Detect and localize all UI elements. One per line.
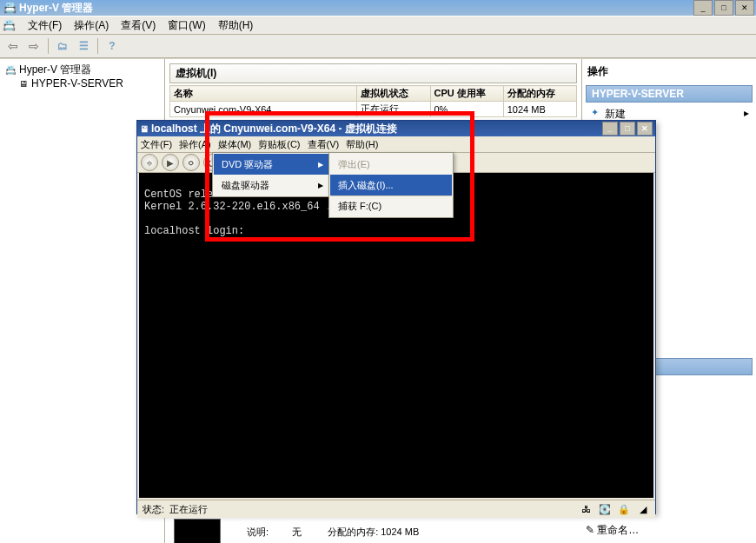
mmc-icon: 📇 [2,18,16,32]
vm-statusbar: 状态: 正在运行 🖧 💽 🔒 ◢ [137,500,655,518]
desc-label: 说明: [247,526,269,537]
media-menu-dvd[interactable]: DVD 驱动器 [214,154,329,175]
main-titlebar: 📇 Hyper-V 管理器 [0,0,756,16]
toolbar-action-button[interactable]: 🗂 [53,37,72,55]
submenu-insert-disk[interactable]: 插入磁盘(I)... [330,175,452,195]
toolbar-separator [48,38,49,54]
console-line-4: localhost login: [144,225,244,237]
center-footer: 说明: 无 分配的内存: 1024 MB [165,517,582,543]
submenu-capture-label: 捕获 F:(C) [338,200,381,213]
vm-thumbnail [174,519,221,543]
vm-max-button[interactable]: □ [620,122,635,136]
submenu-capture[interactable]: 捕获 F:(C) [330,195,452,216]
vm-row[interactable]: Cnyunwei.com-V9-X64 正在运行 0% 1024 MB [170,102,577,117]
vm-titlebar[interactable]: localhost 上的 Cnyunwei.com-V9-X64 - 虚拟机连接… [137,121,655,136]
status-grip-icon: ◢ [636,502,650,516]
menu-help[interactable]: 帮助(H) [215,17,257,34]
toolbar-help-button[interactable]: ? [103,37,122,55]
main-toolbar: 🗂 ☰ ? [0,35,756,58]
actions-header: 操作 [586,63,753,83]
vm-menu-help[interactable]: 帮助(H) [346,138,378,151]
menu-file[interactable]: 文件(F) [24,17,65,34]
main-window-controls: _ □ ✕ [692,0,754,16]
col-mem[interactable]: 分配的内存 [503,86,576,102]
vm-close-button[interactable]: ✕ [637,122,653,136]
vm-console[interactable]: CentOS release ... Kernel 2.6.32-220.el6… [137,173,655,500]
action-rename[interactable]: ✎ 重命名… [586,523,753,538]
vm-menu-clip[interactable]: 剪贴板(C) [258,138,300,151]
vm-status-label: 状态: [143,503,164,516]
main-min-button[interactable]: _ [693,0,713,16]
vm-menu-action[interactable]: 操作(A) [179,138,211,151]
media-submenu: 弹出(E) 插入磁盘(I)... 捕获 F:(C) [328,152,454,218]
console-line-2: Kernel 2.6.32-220.el6.x86_64 ... [144,201,344,213]
main-close-button[interactable]: ✕ [735,0,754,16]
vm-min-button[interactable]: _ [602,122,618,136]
tree-server-label: HYPER-V-SERVER [31,77,123,89]
action-new-label: 新建 [605,108,626,120]
vm-tb-turnoff[interactable]: ⭘ [182,154,200,171]
tree-root[interactable]: Hyper-V 管理器 [5,63,159,76]
vm-state: 正在运行 [357,102,430,117]
col-cpu[interactable]: CPU 使用率 [430,86,503,102]
status-nic-icon: 🖧 [579,502,593,516]
vm-menubar: 文件(F) 操作(A) 媒体(M) 剪贴板(C) 查看(V) 帮助(H) [137,136,655,153]
new-icon: ✦ [587,105,601,119]
vm-panel-header: 虚拟机(I) [169,63,577,83]
vm-tb-ctrlaltdel[interactable]: ⎆ [141,154,158,171]
app-icon: 📇 [3,2,16,14]
server-icon [19,77,28,89]
vm-table-header: 名称 虚拟机状态 CPU 使用率 分配的内存 [170,86,577,102]
media-menu-dvd-label: DVD 驱动器 [222,158,273,171]
toolbar-props-button[interactable]: ☰ [74,37,93,55]
toolbar-separator-2 [97,38,98,54]
mem-value: 1024 MB [381,526,419,537]
submenu-insert-label: 插入磁盘(I)... [338,179,394,192]
media-menu-disk[interactable]: 磁盘驱动器 [214,175,329,195]
status-disk-icon: 💽 [598,502,612,516]
rename-icon: ✎ [586,524,594,536]
vm-window-icon [140,123,151,135]
media-menu: DVD 驱动器 磁盘驱动器 [212,152,331,197]
nav-forward-button[interactable] [24,37,43,55]
vm-title-host: localhost [151,123,197,135]
submenu-eject-label: 弹出(E) [338,158,370,171]
media-menu-disk-label: 磁盘驱动器 [222,179,269,192]
status-lock-icon: 🔒 [617,502,631,516]
actions-group-server: HYPER-V-SERVER [586,85,753,103]
vm-cpu: 0% [430,102,503,117]
nav-back-button[interactable] [3,37,23,55]
hyperv-icon [5,63,16,76]
col-name[interactable]: 名称 [170,86,357,102]
action-rename-label: 重命名… [597,524,639,536]
menu-view[interactable]: 查看(V) [117,17,159,34]
vm-table: 名称 虚拟机状态 CPU 使用率 分配的内存 Cnyunwei.com-V9-X… [169,85,577,117]
vm-status-value: 正在运行 [169,503,208,516]
vm-menu-file[interactable]: 文件(F) [141,138,172,151]
vm-mem: 1024 MB [503,102,576,117]
menu-window[interactable]: 窗口(W) [164,17,209,34]
vm-name: Cnyunwei.com-V9-X64 [170,102,357,117]
mem-label: 分配的内存: [328,526,378,537]
vm-menu-media[interactable]: 媒体(M) [218,138,252,151]
tree-server[interactable]: HYPER-V-SERVER [5,76,159,90]
main-max-button[interactable]: □ [714,0,733,16]
col-state[interactable]: 虚拟机状态 [357,86,430,102]
menu-action[interactable]: 操作(A) [70,17,112,34]
vm-menu-view[interactable]: 查看(V) [308,138,340,151]
desc-value: 无 [292,526,302,537]
tree-root-label: Hyper-V 管理器 [19,63,91,77]
submenu-eject: 弹出(E) [330,154,452,175]
vm-tb-start[interactable]: ▶ [162,154,179,171]
main-menubar: 📇 文件(F) 操作(A) 查看(V) 窗口(W) 帮助(H) [0,16,756,35]
vm-title-rest: 上的 Cnyunwei.com-V9-X64 - 虚拟机连接 [200,122,397,136]
main-title: Hyper-V 管理器 [19,1,93,16]
